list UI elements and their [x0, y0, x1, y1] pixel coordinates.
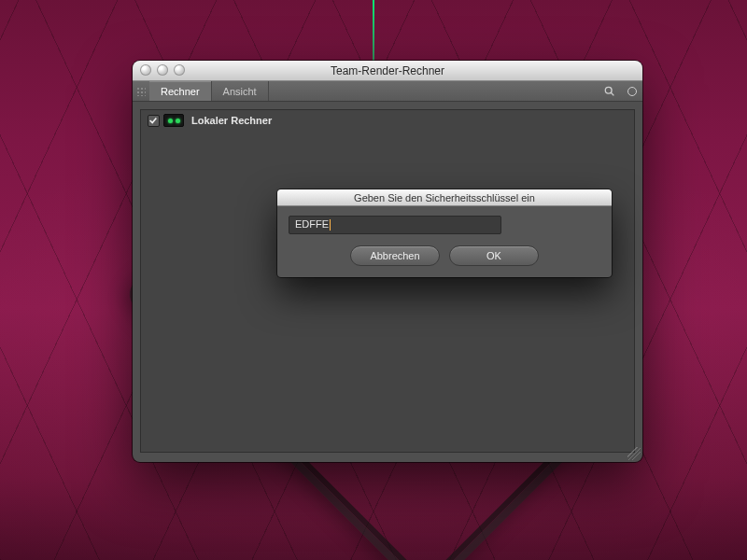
- dialog-title[interactable]: Geben Sie den Sicherheitsschlüssel ein: [277, 189, 612, 206]
- security-key-dialog: Geben Sie den Sicherheitsschlüssel ein E…: [277, 189, 612, 277]
- input-value: EDFFE: [295, 218, 329, 230]
- machine-name: Lokaler Rechner: [186, 115, 272, 126]
- machine-list: Lokaler Rechner: [140, 109, 635, 453]
- tab-rechner[interactable]: Rechner: [149, 81, 212, 101]
- text-caret: [330, 219, 331, 231]
- tab-ansicht[interactable]: Ansicht: [212, 81, 269, 101]
- options-icon[interactable]: [622, 81, 642, 101]
- cancel-button[interactable]: Abbrechen: [350, 245, 440, 266]
- window-titlebar[interactable]: Team-Render-Rechner: [133, 61, 642, 81]
- row-checkbox[interactable]: [145, 115, 162, 127]
- tab-label: Rechner: [161, 86, 200, 97]
- ok-button[interactable]: OK: [449, 245, 539, 266]
- svg-point-0: [605, 87, 612, 93]
- window-traffic-lights[interactable]: [140, 64, 185, 76]
- toolbar: Rechner Ansicht: [133, 81, 642, 102]
- zoom-icon[interactable]: [174, 64, 185, 76]
- list-item[interactable]: Lokaler Rechner: [141, 110, 634, 129]
- window-title: Team-Render-Rechner: [331, 64, 444, 77]
- minimize-icon[interactable]: [157, 64, 168, 76]
- resize-grip-icon[interactable]: [627, 447, 641, 460]
- close-icon[interactable]: [140, 64, 151, 76]
- security-key-input[interactable]: EDFFE: [289, 216, 501, 234]
- status-indicator: [162, 114, 186, 127]
- tab-label: Ansicht: [223, 86, 257, 97]
- svg-line-1: [611, 92, 613, 95]
- team-render-window: Team-Render-Rechner Rechner Ansicht Loka…: [133, 61, 642, 462]
- drag-grip-icon[interactable]: [133, 81, 149, 101]
- search-icon[interactable]: [596, 81, 622, 101]
